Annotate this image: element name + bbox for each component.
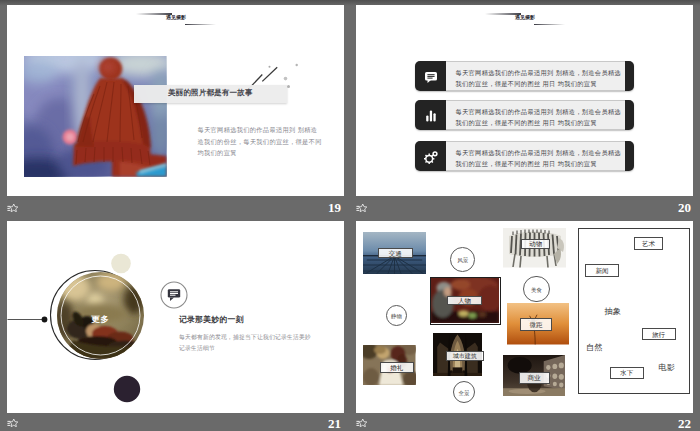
svg-text:更多: 更多: [91, 314, 109, 323]
